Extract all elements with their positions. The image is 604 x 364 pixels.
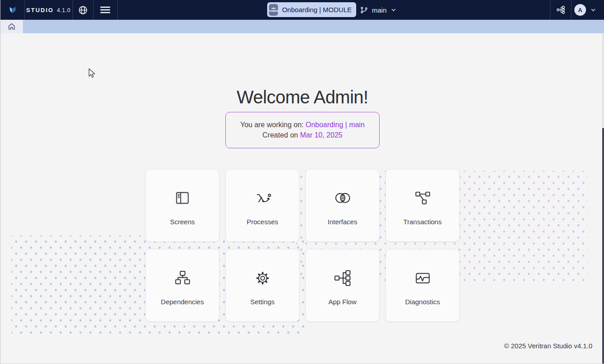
branch-name: main (372, 6, 387, 14)
sitemap-icon (556, 5, 566, 15)
chevron-down-icon (590, 7, 596, 13)
scrollbar-thumb[interactable] (602, 128, 604, 364)
language-button[interactable] (72, 0, 93, 20)
card-label: Dependencies (161, 298, 204, 306)
settings-gear-icon (252, 267, 273, 289)
created-on-line: Created on Mar 10, 2025 (263, 131, 343, 139)
interfaces-icon (332, 187, 353, 209)
dependencies-icon (172, 267, 193, 289)
card-label: Interfaces (328, 218, 358, 226)
app-logo[interactable] (0, 0, 24, 20)
card-diagnostics[interactable]: Diagnostics (385, 249, 460, 322)
brand-block: STUDIO 4.1.0 (24, 0, 72, 20)
created-date-link[interactable]: Mar 10, 2025 (300, 131, 342, 139)
card-label: Processes (246, 218, 278, 226)
git-branch-icon (360, 6, 368, 14)
badge-label: GoldBank (269, 10, 278, 12)
crown-icon (271, 7, 276, 9)
goldbank-badge: GoldBank (269, 4, 278, 16)
working-on-line: You are working on: Onboarding | main (240, 121, 365, 129)
brand-version: 4.1.0 (57, 7, 70, 13)
created-on-prefix: Created on (263, 131, 300, 139)
diagnostics-icon (412, 267, 434, 289)
divider (117, 0, 118, 20)
card-label: Screens (170, 218, 195, 226)
copyright-text: © 2025 Veritran Studio v4.1.0 (504, 342, 592, 350)
module-selector-chip[interactable]: GoldBank Onboarding | MODULE (267, 2, 356, 17)
avatar: A (574, 4, 586, 16)
chevron-down-icon (390, 7, 397, 13)
brand-name: STUDIO (26, 7, 54, 13)
card-transactions[interactable]: Transactions (385, 169, 460, 242)
module-chip-label: Onboarding | MODULE (282, 6, 352, 13)
veritran-logo-icon (7, 4, 18, 15)
user-menu[interactable]: A (574, 0, 596, 20)
processes-icon (252, 187, 273, 209)
card-interfaces[interactable]: Interfaces (305, 169, 380, 242)
card-processes[interactable]: Processes (225, 169, 300, 242)
divider (571, 0, 572, 20)
card-app-flow[interactable]: App Flow (305, 249, 380, 322)
transactions-icon (412, 187, 434, 209)
card-label: Transactions (403, 218, 442, 226)
page-title: Welcome Admin! (0, 87, 604, 107)
project-branch-link[interactable]: Onboarding | main (305, 121, 364, 129)
card-screens[interactable]: Screens (145, 169, 219, 242)
globe-icon (78, 5, 88, 15)
card-dependencies[interactable]: Dependencies (145, 249, 219, 322)
app-flow-icon (332, 267, 353, 289)
screens-icon (172, 187, 193, 209)
card-label: App Flow (328, 298, 357, 306)
hamburger-menu-icon (100, 5, 111, 15)
environments-button[interactable] (550, 0, 571, 20)
card-label: Settings (250, 298, 274, 306)
working-on-box: You are working on: Onboarding | main Cr… (225, 112, 380, 148)
app-window: STUDIO 4.1.0 (0, 0, 604, 364)
top-bar: STUDIO 4.1.0 (0, 0, 604, 20)
menu-button[interactable] (93, 0, 117, 20)
home-icon (8, 22, 16, 31)
card-label: Diagnostics (405, 298, 440, 306)
working-on-prefix: You are working on: (240, 121, 305, 129)
tab-strip (0, 20, 604, 33)
card-settings[interactable]: Settings (225, 249, 300, 322)
main-content: Welcome Admin! You are working on: Onboa… (0, 33, 604, 364)
branch-selector[interactable]: main (360, 0, 397, 20)
tab-home[interactable] (0, 20, 23, 33)
